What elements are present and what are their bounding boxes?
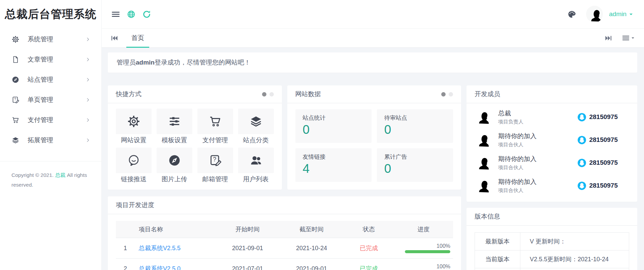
start-date-cell: 2021-07-01: [216, 259, 280, 270]
carousel-dot-active[interactable]: [262, 92, 266, 97]
carousel-dot-active[interactable]: [441, 92, 446, 97]
project-link[interactable]: 总裁系统V2.5.0: [139, 265, 181, 270]
shortcut-template-settings[interactable]: 模板设置: [157, 109, 192, 144]
member-qq[interactable]: 28150975: [577, 181, 618, 190]
stat-label: 待审站点: [384, 114, 446, 122]
stat-label: 友情链接: [303, 153, 364, 161]
skip-forward-icon: [605, 34, 612, 42]
layers-icon: [11, 136, 20, 144]
chevron-right-icon: [85, 57, 91, 62]
shortcut-mailbox[interactable]: 邮箱管理: [197, 148, 233, 183]
project-progress-table: 项目名称 开始时间 截至时间 状态 进度 1 总裁系统V2.5.5: [116, 221, 453, 270]
site-data-card-header: 网站数据: [287, 85, 461, 103]
member-qq[interactable]: 28150975: [577, 113, 618, 122]
shortcut-link-push[interactable]: 链接推送: [116, 148, 152, 183]
refresh-button[interactable]: [139, 6, 154, 22]
sidebar-item-payment[interactable]: 支付管理: [0, 110, 101, 130]
tab-scroll-right-button[interactable]: [605, 34, 612, 42]
sidebar-item-article[interactable]: 文章管理: [0, 49, 101, 70]
sidebar-menu: 系统管理 文章管理 站点管理 单页管理 支付管理 拓展管理: [0, 29, 101, 150]
shortcut-image-upload[interactable]: 图片上传: [157, 148, 192, 183]
welcome-username: admin: [136, 59, 155, 66]
collapse-menu-button[interactable]: [108, 6, 123, 22]
welcome-text: 管理员: [117, 58, 136, 67]
chat-icon: [116, 148, 152, 173]
qq-icon: [577, 136, 586, 145]
globe-icon: [127, 10, 136, 19]
project-progress-body: 项目名称 开始时间 截至时间 状态 进度 1 总裁系统V2.5.5: [108, 214, 461, 270]
member-avatar: [475, 155, 490, 170]
sliders-icon: [157, 109, 192, 134]
compass-icon: [11, 76, 20, 84]
left-column: 快捷方式 网站设置 模板设置: [108, 85, 461, 270]
stat-value: 0: [303, 123, 364, 137]
carousel-dot[interactable]: [449, 92, 453, 97]
start-date-cell: 2021-09-01: [216, 238, 280, 259]
chevron-right-icon: [85, 117, 91, 123]
caret-down-icon: [630, 36, 635, 40]
copyright-brand-link[interactable]: 总裁: [55, 172, 65, 178]
table-header: 进度: [394, 221, 453, 238]
member-role: 项目合伙人: [498, 187, 537, 194]
qq-number: 28150975: [589, 136, 618, 144]
sidebar-item-system[interactable]: 系统管理: [0, 29, 101, 49]
shortcut-site-settings[interactable]: 网站设置: [116, 109, 152, 144]
cart-icon: [197, 109, 233, 134]
user-menu[interactable]: admin: [609, 10, 634, 18]
sidebar-item-label: 拓展管理: [28, 136, 85, 145]
copyright-text: Copyright © 2021.: [11, 172, 55, 178]
qq-icon: [577, 158, 586, 167]
shortcuts-grid: 网站设置 模板设置 支付管理 站点分类: [108, 103, 282, 189]
language-button[interactable]: [123, 6, 139, 22]
row-index: 2: [116, 259, 135, 270]
table-header-index: [116, 221, 135, 238]
member-info: 期待你的加入 项目合伙人: [498, 155, 537, 171]
project-progress-header: 项目开发进度: [108, 196, 461, 214]
sidebar-item-site[interactable]: 站点管理: [0, 70, 101, 90]
tab-options-button[interactable]: [622, 34, 635, 42]
member-name: 总裁: [498, 109, 523, 118]
member-name: 期待你的加入: [498, 132, 537, 141]
sidebar-item-label: 文章管理: [28, 55, 85, 64]
tab-home[interactable]: 首页: [126, 29, 149, 48]
avatar[interactable]: [586, 6, 603, 23]
tab-scroll-left-button[interactable]: [110, 34, 118, 42]
carousel-dot[interactable]: [269, 92, 274, 97]
shortcut-user-list[interactable]: 用户列表: [238, 148, 274, 183]
card-title: 版本信息: [475, 212, 500, 221]
progress-cell: 100%: [394, 238, 453, 259]
users-icon: [238, 148, 274, 173]
version-table: 最新版本 V 更新时间： 当前版本 V2.5.5更新时间：2021-10-24: [475, 232, 629, 270]
shortcuts-card-header: 快捷方式: [108, 85, 282, 103]
member-info: 期待你的加入 项目合伙人: [498, 178, 537, 194]
sidebar-item-extension[interactable]: 拓展管理: [0, 130, 101, 150]
member-role: 项目合伙人: [498, 164, 537, 171]
theme-button[interactable]: [564, 6, 579, 22]
member-role: 项目合伙人: [498, 142, 537, 148]
sidebar-item-label: 系统管理: [28, 35, 85, 44]
version-value: V2.5.5更新时间：2021-10-24: [520, 250, 629, 268]
shortcut-label: 用户列表: [238, 175, 274, 183]
progress-percent: 100%: [405, 243, 450, 249]
member-qq[interactable]: 28150975: [577, 158, 618, 167]
table-header: 开始时间: [216, 221, 280, 238]
carousel-dots: [441, 92, 453, 97]
member-info: 期待你的加入 项目合伙人: [498, 132, 537, 148]
project-name-cell: 总裁系统V2.5.0: [135, 259, 216, 270]
progress-percent: 100%: [405, 264, 450, 270]
stat-friend-links: 友情链接 4: [295, 148, 372, 182]
refresh-icon: [142, 10, 151, 19]
shortcut-site-category[interactable]: 站点分类: [238, 109, 274, 144]
sidebar-item-page[interactable]: 单页管理: [0, 90, 101, 110]
gear-icon: [116, 109, 152, 134]
progress-bar-fill: [405, 250, 450, 253]
welcome-text: 登录成功，尽情管理您的网站吧！: [155, 58, 251, 67]
card-title: 开发成员: [475, 90, 500, 99]
list-item: 期待你的加入 项目合伙人 28150975: [475, 151, 629, 174]
version-body: 最新版本 V 更新时间： 当前版本 V2.5.5更新时间：2021-10-24: [466, 226, 637, 270]
shortcut-payment[interactable]: 支付管理: [197, 109, 233, 144]
member-qq[interactable]: 28150975: [577, 136, 618, 145]
project-link[interactable]: 总裁系统V2.5.5: [139, 245, 181, 252]
member-role: 项目负责人: [498, 119, 523, 125]
table-header: 截至时间: [280, 221, 344, 238]
